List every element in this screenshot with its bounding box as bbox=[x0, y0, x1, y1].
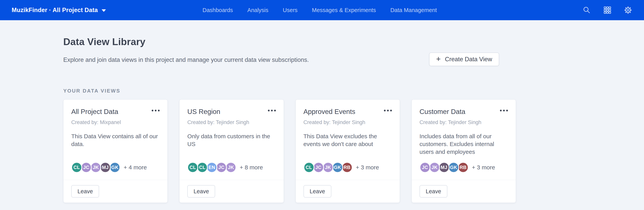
nav-item-analysis[interactable]: Analysis bbox=[248, 7, 268, 13]
card-title: Approved Events bbox=[304, 108, 356, 116]
member-avatar: CL bbox=[187, 162, 198, 173]
member-avatar: JK bbox=[429, 162, 440, 173]
data-view-card: All Project Data Created by: Mixpanel Th… bbox=[63, 99, 168, 203]
member-avatar: JK bbox=[226, 162, 236, 173]
avatar-stack: CLJCJKMJGK bbox=[71, 162, 119, 173]
create-data-view-button[interactable]: + Create Data View bbox=[429, 52, 499, 66]
card-description: This Data View contains all of our data. bbox=[64, 125, 168, 162]
card-description: Includes data from all of our customers.… bbox=[412, 125, 516, 162]
card-title: US Region bbox=[187, 108, 220, 116]
member-avatar: CL bbox=[71, 162, 82, 173]
main-nav: Dashboards Analysis Users Messages & Exp… bbox=[202, 0, 437, 20]
dot-icon bbox=[274, 110, 276, 111]
member-avatar: JC bbox=[420, 162, 430, 173]
card-overflow-menu-button[interactable] bbox=[500, 108, 508, 111]
card-title: Customer Data bbox=[420, 108, 465, 116]
nav-item-data-management[interactable]: Data Management bbox=[390, 7, 437, 13]
member-avatar: MJ bbox=[100, 162, 111, 173]
card-title: All Project Data bbox=[71, 108, 118, 116]
member-avatar: JC bbox=[81, 162, 92, 173]
member-avatar: MJ bbox=[438, 162, 450, 173]
card-more-members-label: + 4 more bbox=[124, 164, 147, 171]
card-members: CLJCJKMJGK + 4 more bbox=[64, 162, 168, 180]
card-created-by: Created by: Tejinder Singh bbox=[296, 116, 400, 125]
top-nav: MuzikFinder · All Project Data Dashboard… bbox=[0, 0, 644, 20]
project-selector-dropdown[interactable]: MuzikFinder · All Project Data bbox=[12, 6, 106, 14]
card-created-by: Created by: Tejinder Singh bbox=[412, 116, 516, 125]
settings-gear-icon[interactable] bbox=[624, 6, 632, 14]
plus-icon: + bbox=[436, 55, 440, 63]
card-footer: Leave bbox=[412, 180, 516, 203]
avatar-stack: CLJCJKGKRB bbox=[304, 162, 351, 173]
member-avatar: JK bbox=[90, 162, 101, 173]
data-view-card: Customer Data Created by: Tejinder Singh… bbox=[412, 99, 516, 203]
card-more-members-label: + 8 more bbox=[240, 164, 263, 171]
chevron-down-icon bbox=[102, 9, 106, 12]
avatar-stack: CLCLENJCJK bbox=[187, 162, 235, 173]
search-icon[interactable] bbox=[582, 6, 591, 14]
data-view-card: Approved Events Created by: Tejinder Sin… bbox=[296, 99, 400, 203]
data-view-card: US Region Created by: Tejinder Singh Onl… bbox=[179, 99, 284, 203]
card-overflow-menu-button[interactable] bbox=[384, 108, 392, 111]
your-data-views-section-label: YOUR DATA VIEWS bbox=[63, 88, 516, 94]
data-view-cards-row: All Project Data Created by: Mixpanel Th… bbox=[63, 99, 516, 203]
card-members: CLJCJKGKRB + 3 more bbox=[296, 162, 400, 180]
member-avatar: CL bbox=[197, 162, 208, 173]
card-more-members-label: + 3 more bbox=[472, 164, 495, 171]
member-avatar: JK bbox=[322, 162, 334, 173]
card-footer: Leave bbox=[180, 180, 284, 203]
create-data-view-label: Create Data View bbox=[445, 56, 492, 63]
nav-item-messages-experiments[interactable]: Messages & Experiments bbox=[312, 7, 376, 13]
member-avatar: GK bbox=[332, 162, 343, 173]
page-title: Data View Library bbox=[63, 36, 429, 47]
nav-item-users[interactable]: Users bbox=[283, 7, 298, 13]
data-view-library-page: MuzikFinder · All Project Data Dashboard… bbox=[0, 0, 644, 210]
card-description: Only data from customers in the US bbox=[180, 125, 284, 162]
card-overflow-menu-button[interactable] bbox=[152, 108, 160, 111]
leave-button[interactable]: Leave bbox=[187, 185, 215, 198]
dot-icon bbox=[152, 110, 154, 111]
card-description: This Data View excludes the events we do… bbox=[296, 125, 400, 162]
dot-icon bbox=[158, 110, 160, 111]
member-avatar: GK bbox=[448, 162, 459, 173]
card-created-by: Created by: Tejinder Singh bbox=[180, 116, 284, 125]
card-created-by: Created by: Mixpanel bbox=[64, 116, 168, 125]
dot-icon bbox=[271, 110, 273, 111]
nav-item-dashboards[interactable]: Dashboards bbox=[202, 7, 233, 13]
page-head: Data View Library Explore and join data … bbox=[63, 36, 516, 66]
dot-icon bbox=[500, 110, 502, 111]
main-content: Data View Library Explore and join data … bbox=[0, 20, 516, 203]
leave-button[interactable]: Leave bbox=[304, 185, 331, 198]
leave-button[interactable]: Leave bbox=[71, 185, 99, 198]
member-avatar: JC bbox=[216, 162, 227, 173]
dot-icon bbox=[506, 110, 508, 111]
dot-icon bbox=[503, 110, 505, 111]
member-avatar: CL bbox=[304, 162, 314, 173]
member-avatar: RB bbox=[458, 162, 468, 173]
card-footer: Leave bbox=[64, 180, 168, 203]
member-avatar: EN bbox=[206, 162, 217, 173]
card-footer: Leave bbox=[296, 180, 400, 203]
dot-icon bbox=[390, 110, 392, 111]
card-members: JCJKMJGKRB + 3 more bbox=[412, 162, 516, 180]
project-selector-label: MuzikFinder · All Project Data bbox=[12, 6, 98, 14]
member-avatar: GK bbox=[110, 162, 120, 173]
dot-icon bbox=[268, 110, 270, 111]
leave-button[interactable]: Leave bbox=[420, 185, 447, 198]
member-avatar: JC bbox=[313, 162, 324, 173]
avatar-stack: JCJKMJGKRB bbox=[420, 162, 467, 173]
card-more-members-label: + 3 more bbox=[356, 164, 379, 171]
page-subtitle: Explore and join data views in this proj… bbox=[63, 56, 429, 63]
member-avatar: RB bbox=[342, 162, 352, 173]
card-overflow-menu-button[interactable] bbox=[268, 108, 276, 111]
nav-actions bbox=[582, 6, 632, 14]
dot-icon bbox=[155, 110, 156, 111]
card-members: CLCLENJCJK + 8 more bbox=[180, 162, 284, 180]
dot-icon bbox=[387, 110, 389, 111]
apps-grid-icon[interactable] bbox=[603, 6, 612, 14]
dot-icon bbox=[384, 110, 386, 111]
